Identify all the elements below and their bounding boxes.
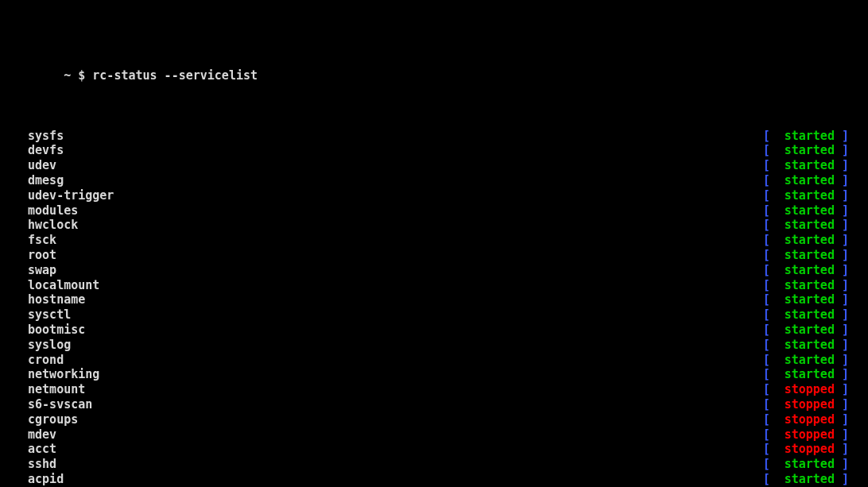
service-status-cell: [ started ] (763, 457, 849, 472)
service-row: netmount[ stopped ] (21, 382, 849, 397)
service-status: started (770, 292, 842, 307)
prompt-command: rc-status --servicelist (92, 68, 258, 83)
bracket-open: [ (763, 158, 770, 172)
bracket-open: [ (763, 412, 770, 427)
service-row: acct[ stopped ] (21, 442, 849, 457)
service-status: started (770, 307, 842, 322)
service-row: fsck[ started ] (21, 233, 849, 248)
service-row: udev[ started ] (21, 158, 849, 173)
service-status-cell: [ started ] (763, 173, 849, 188)
bracket-close: ] (842, 292, 849, 307)
bracket-close: ] (842, 442, 849, 456)
service-row: sysfs[ started ] (21, 129, 849, 144)
service-status-cell: [ started ] (763, 248, 849, 263)
service-status: started (770, 323, 842, 337)
service-row: s6-svscan[ stopped ] (21, 397, 849, 412)
service-status: started (770, 158, 842, 172)
bracket-open: [ (763, 323, 770, 337)
bracket-close: ] (842, 353, 849, 367)
service-status: started (770, 278, 842, 292)
service-status: stopped (770, 397, 842, 412)
bracket-open: [ (763, 427, 770, 442)
bracket-close: ] (842, 472, 849, 486)
service-row: sysctl[ started ] (21, 307, 849, 323)
bracket-close: ] (842, 143, 849, 157)
service-row: syslog[ started ] (21, 338, 849, 353)
service-row: root[ started ] (21, 248, 849, 263)
bracket-open: [ (763, 307, 770, 322)
service-name: modules (21, 203, 78, 218)
service-row: udev-trigger[ started ] (21, 188, 849, 203)
service-status: started (770, 173, 842, 187)
bracket-close: ] (842, 367, 849, 381)
service-row: localmount[ started ] (21, 278, 849, 293)
bracket-open: [ (763, 353, 770, 367)
bracket-open: [ (763, 143, 770, 157)
bracket-close: ] (842, 397, 849, 412)
service-name: root (21, 248, 56, 263)
service-row: cgroups[ stopped ] (21, 412, 849, 427)
service-status: stopped (770, 442, 842, 456)
service-name: localmount (21, 278, 99, 293)
service-name: syslog (21, 338, 71, 353)
service-status: started (770, 338, 842, 352)
service-row: acpid[ started ] (21, 472, 849, 487)
bracket-close: ] (842, 382, 849, 396)
service-status-cell: [ stopped ] (763, 382, 849, 397)
service-name: devfs (21, 143, 64, 158)
service-status-cell: [ started ] (763, 472, 849, 487)
service-status: started (770, 143, 842, 157)
bracket-open: [ (763, 472, 770, 486)
service-name: swap (21, 263, 56, 278)
bracket-open: [ (763, 367, 770, 381)
bracket-close: ] (842, 248, 849, 262)
service-name: networking (21, 367, 99, 382)
service-name: bootmisc (21, 323, 85, 338)
bracket-close: ] (842, 427, 849, 442)
service-status-cell: [ stopped ] (763, 442, 849, 457)
bracket-close: ] (842, 188, 849, 203)
service-status-cell: [ started ] (763, 292, 849, 307)
service-name: sysctl (21, 307, 71, 323)
service-status: started (770, 218, 842, 232)
service-status-cell: [ stopped ] (763, 427, 849, 443)
bracket-close: ] (842, 338, 849, 352)
service-name: acpid (21, 472, 64, 487)
terminal-viewport[interactable]: ~ $ rc-status --servicelist sysfs[ start… (0, 0, 868, 487)
service-status-cell: [ stopped ] (763, 412, 849, 427)
service-status-cell: [ started ] (763, 338, 849, 353)
bracket-open: [ (763, 442, 770, 456)
bracket-open: [ (763, 218, 770, 232)
bracket-close: ] (842, 457, 849, 471)
service-status-cell: [ started ] (763, 129, 849, 144)
service-status-cell: [ started ] (763, 233, 849, 248)
service-status-cell: [ started ] (763, 307, 849, 323)
service-row: swap[ started ] (21, 263, 849, 278)
service-status: started (770, 203, 842, 218)
bracket-open: [ (763, 129, 770, 143)
service-status-cell: [ started ] (763, 143, 849, 158)
bracket-open: [ (763, 173, 770, 187)
bracket-close: ] (842, 203, 849, 218)
service-status: started (770, 457, 842, 471)
service-row: modules[ started ] (21, 203, 849, 218)
service-status: started (770, 353, 842, 367)
service-status: stopped (770, 427, 842, 442)
service-name: cgroups (21, 412, 78, 427)
service-name: udev (21, 158, 56, 173)
service-name: hostname (21, 292, 85, 307)
bracket-open: [ (763, 292, 770, 307)
service-status-cell: [ started ] (763, 188, 849, 203)
service-status-cell: [ started ] (763, 323, 849, 338)
bracket-close: ] (842, 412, 849, 427)
service-status: started (770, 129, 842, 143)
bracket-close: ] (842, 158, 849, 172)
service-row: dmesg[ started ] (21, 173, 849, 188)
prompt-prefix: ~ $ (64, 68, 92, 83)
service-status: stopped (770, 412, 842, 427)
bracket-open: [ (763, 263, 770, 277)
bracket-open: [ (763, 203, 770, 218)
bracket-open: [ (763, 233, 770, 247)
service-status: started (770, 233, 842, 247)
bracket-close: ] (842, 173, 849, 187)
